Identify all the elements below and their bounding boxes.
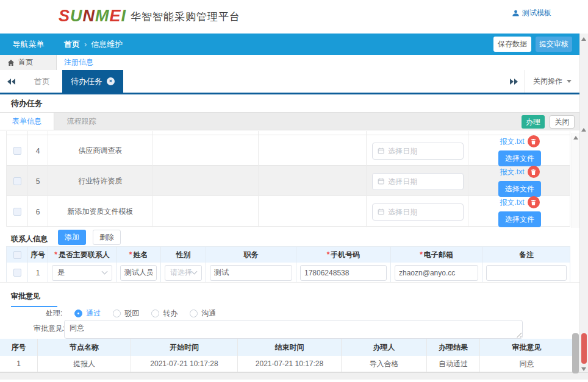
required-mark: * [129, 250, 132, 259]
contacts-table: 序号 *是否主要联系人 *姓名 性别 职务 *手机号码 *电子邮箱 备注 1 是… [6, 246, 570, 283]
user-name: 测试模板 [522, 8, 551, 18]
inner-scrollbar-thumb[interactable] [572, 333, 579, 373]
choose-file-button[interactable]: 选择文件 [498, 211, 541, 227]
trash-icon [530, 138, 537, 145]
close-tab-icon[interactable]: × [107, 77, 115, 85]
file-name: 供应商调查表 [48, 135, 153, 166]
row-checkbox[interactable] [13, 269, 21, 277]
row-number: 6 [28, 196, 48, 227]
select-all-checkbox[interactable] [13, 251, 21, 259]
contact-row: 1 是 请选择 [7, 263, 570, 283]
radio-dot-icon [151, 309, 159, 317]
tab-home-label: 首页 [34, 76, 50, 87]
handle-button[interactable]: 办理 [522, 115, 545, 129]
date-input[interactable] [388, 177, 458, 186]
remark-input[interactable] [486, 265, 567, 281]
tab-flow-trace[interactable]: 流程跟踪 [54, 113, 109, 130]
row-checkbox[interactable] [13, 147, 21, 155]
table-row-partial [7, 131, 570, 135]
tab-home[interactable]: 首页 [22, 70, 62, 93]
document-tabbar: 首页 待办任务 × 关闭操作 [0, 70, 579, 94]
required-mark: * [327, 250, 330, 259]
row-checkbox[interactable] [13, 177, 21, 185]
delete-file-button[interactable] [528, 196, 540, 208]
history-row: 1 提报人 2021-07-21 10:17:28 2021-07-21 10:… [0, 356, 573, 372]
radio-dot-icon [190, 309, 198, 317]
date-input[interactable] [388, 147, 458, 155]
radio-transfer[interactable]: 转办 [151, 308, 177, 319]
date-picker[interactable] [372, 203, 464, 221]
attached-file-link[interactable]: 报文.txt [500, 136, 524, 147]
tab-todo-tasks[interactable]: 待办任务 × [62, 70, 123, 93]
header-cell: 审批意见 [480, 339, 573, 356]
qualification-files-table: 4 供应商调查表 报文.txt 选择文件 5 行业特许资质 [6, 131, 570, 227]
breadcrumb-home[interactable]: 首页 [64, 39, 80, 50]
email-input[interactable] [395, 265, 478, 281]
approval-opinion-textarea[interactable]: 同意 [64, 320, 523, 339]
scroll-up-icon[interactable] [581, 128, 586, 132]
header-cell: 序号 [0, 339, 38, 356]
choose-file-button[interactable]: 选择文件 [498, 181, 541, 197]
delete-contact-button[interactable]: 删除 [93, 230, 121, 245]
delete-file-button[interactable] [528, 135, 540, 147]
sidebar-item-label: 首页 [18, 57, 33, 68]
scrollbar-thumb[interactable] [581, 333, 587, 364]
add-contact-button[interactable]: 添加 [58, 230, 86, 245]
scroll-tabs-left-icon[interactable] [0, 70, 22, 93]
header-email: *电子邮箱 [391, 247, 482, 263]
gender-select[interactable]: 请选择 [165, 265, 202, 281]
table-cell: 导入合格 [342, 356, 427, 372]
delete-file-button[interactable] [528, 166, 540, 178]
user-menu[interactable]: 测试模板 [512, 8, 551, 18]
job-input[interactable] [210, 265, 292, 281]
header-cell: 开始时间 [131, 339, 238, 356]
header-cell: 节点名称 [38, 339, 131, 356]
row-checkbox[interactable] [13, 208, 21, 216]
attached-file-link[interactable]: 报文.txt [500, 167, 524, 177]
calendar-icon [378, 208, 384, 216]
file-name: 新添加资质文件模板 [48, 196, 153, 227]
scroll-tabs-right-icon[interactable] [503, 70, 525, 93]
date-input[interactable] [388, 208, 458, 216]
close-operations-dropdown[interactable]: 关闭操作 [525, 70, 579, 93]
phone-input[interactable] [300, 265, 387, 281]
row-number: 4 [28, 135, 48, 166]
nav-menu-toggle[interactable]: 导航菜单 [0, 39, 57, 50]
tab-todo-label: 待办任务 [71, 76, 102, 87]
approval-section-title: 审批意见 [11, 291, 57, 307]
panel-title: 待办任务 [0, 94, 579, 112]
calendar-icon [378, 147, 384, 155]
radio-communicate[interactable]: 沟通 [190, 308, 216, 319]
contact-name-input[interactable] [120, 265, 157, 281]
tab-form-info[interactable]: 表单信息 [0, 113, 54, 130]
date-picker[interactable] [372, 173, 464, 190]
history-header-row: 序号 节点名称 开始时间 结束时间 办理人 办理结果 审批意见 [0, 339, 573, 356]
scroll-up-icon[interactable] [581, 37, 586, 41]
app-title: 华智智能采购管理平台 [131, 10, 240, 24]
primary-contact-select[interactable]: 是 [52, 265, 112, 281]
scroll-down-icon[interactable] [581, 367, 586, 371]
trash-icon [530, 169, 537, 175]
scroll-up-icon[interactable] [573, 136, 578, 140]
choose-file-button[interactable]: 选择文件 [498, 150, 541, 166]
attached-file-link[interactable]: 报文.txt [500, 197, 524, 208]
date-picker[interactable] [372, 143, 464, 160]
register-info-link[interactable]: 注册信息 [64, 57, 93, 68]
chevron-down-icon [192, 269, 198, 275]
logo-letter: N [83, 7, 96, 25]
table-scrollbar[interactable] [572, 133, 579, 228]
logo-letter: M [95, 7, 110, 25]
page-scrollbar[interactable] [579, 34, 588, 372]
sidebar-item-home[interactable]: 首页 [0, 55, 57, 70]
header-cell: 办理结果 [427, 339, 480, 356]
table-row: 4 供应商调查表 报文.txt 选择文件 [7, 135, 570, 166]
radio-pass[interactable]: 通过 [74, 308, 101, 319]
close-panel-button[interactable]: 关闭 [550, 115, 575, 129]
calendar-icon [378, 177, 384, 185]
radio-reject[interactable]: 驳回 [113, 308, 139, 319]
breadcrumb-current: 信息维护 [91, 39, 123, 50]
submit-review-button[interactable]: 提交审核 [536, 37, 572, 52]
table-cell: 同意 [480, 356, 573, 372]
save-data-button[interactable]: 保存数据 [493, 37, 531, 52]
row-number: 5 [28, 166, 48, 197]
